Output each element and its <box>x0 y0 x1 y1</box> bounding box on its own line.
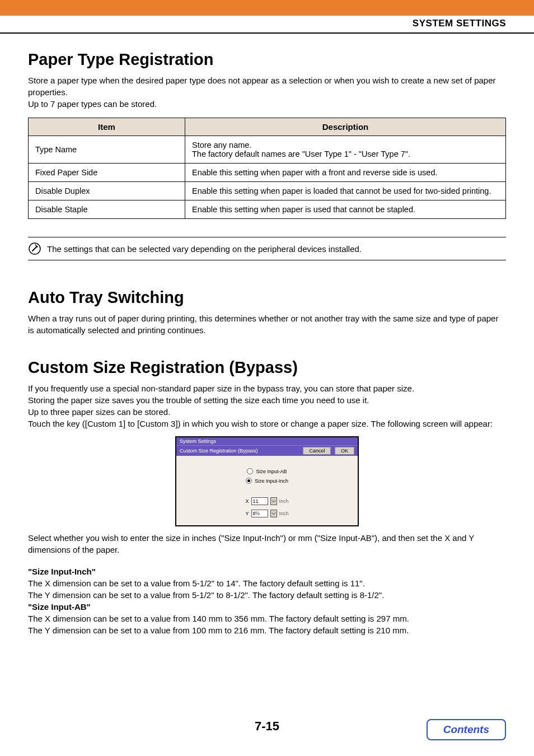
dim-x-label: X <box>245 498 249 504</box>
ab-y-text: The Y dimension can be set to a value fr… <box>28 624 506 636</box>
cell-desc: Enable this setting when paper is used t… <box>185 200 506 219</box>
custom-size-p4: Touch the key ([Custom 1] to [Custom 3])… <box>28 418 506 430</box>
after-dialog-text: Select whether you wish to enter the siz… <box>28 532 506 556</box>
radio-row-ab[interactable]: Size Input-AB <box>182 468 352 474</box>
section-auto-tray: Auto Tray Switching When a tray runs out… <box>28 288 506 336</box>
ab-heading: "Size Input-AB" <box>28 601 506 613</box>
ok-button[interactable]: OK <box>335 447 354 455</box>
cell-item: Type Name <box>29 136 185 164</box>
top-accent-bar <box>0 0 534 16</box>
table-row: Disable Duplex Enable this setting when … <box>29 182 506 200</box>
custom-size-p1: If you frequently use a special non-stan… <box>28 382 506 394</box>
dialog-body: Size Input-AB Size Input-Inch X 11 Inch … <box>176 456 358 525</box>
heading-paper-type: Paper Type Registration <box>28 50 506 69</box>
th-desc: Description <box>185 118 506 136</box>
paper-type-intro2: Up to 7 paper types can be stored. <box>28 98 506 110</box>
dialog-titlebar: System Settings <box>176 437 358 445</box>
radio-unchecked-icon <box>247 468 253 474</box>
cell-desc: Store any name. The factory default name… <box>185 136 506 164</box>
table-row: Disable Staple Enable this setting when … <box>29 200 506 219</box>
chevron-down-icon[interactable] <box>270 497 277 505</box>
dialog-subtitle: Custom Size Registration (Bypass) <box>180 448 258 454</box>
cell-item: Fixed Paper Side <box>29 164 185 182</box>
dim-y-field[interactable]: 8½ <box>251 510 268 517</box>
inch-y-text: The Y dimension can be set to a value fr… <box>28 589 506 601</box>
auto-tray-body: When a tray runs out of paper during pri… <box>28 312 506 336</box>
table-row: Type Name Store any name. The factory de… <box>29 136 506 164</box>
heading-auto-tray: Auto Tray Switching <box>28 288 506 307</box>
custom-size-p2: Storing the paper size saves you the tro… <box>28 394 506 406</box>
cell-item: Disable Duplex <box>29 182 185 200</box>
paper-type-table: Item Description Type Name Store any nam… <box>28 118 506 219</box>
note-text: The settings that can be selected vary d… <box>47 244 362 254</box>
ab-x-text: The X dimension can be set to a value fr… <box>28 613 506 624</box>
page-content: Paper Type Registration Store a paper ty… <box>0 34 534 636</box>
dim-x-unit: Inch <box>279 498 289 504</box>
page-header: SYSTEM SETTINGS <box>0 16 534 34</box>
radio-label-inch: Size Input-Inch <box>255 478 288 484</box>
info-icon <box>28 242 41 255</box>
section-custom-size: Custom Size Registration (Bypass) If you… <box>28 358 506 636</box>
radio-checked-icon <box>246 478 252 484</box>
radio-label-ab: Size Input-AB <box>256 469 287 474</box>
radio-row-inch[interactable]: Size Input-Inch <box>182 478 352 484</box>
th-item: Item <box>29 118 185 136</box>
header-title: SYSTEM SETTINGS <box>413 18 506 29</box>
dimension-y-row: Y 8½ Inch <box>182 510 352 517</box>
dim-y-label: Y <box>245 511 249 516</box>
heading-custom-size: Custom Size Registration (Bypass) <box>28 358 506 377</box>
paper-type-intro1: Store a paper type when the desired pape… <box>28 74 506 98</box>
dimension-x-row: X 11 Inch <box>182 497 352 505</box>
cell-desc: Enable this setting when paper is loaded… <box>185 182 506 200</box>
dialog-subbar: Custom Size Registration (Bypass) Cancel… <box>176 445 358 456</box>
inch-x-text: The X dimension can be set to a value fr… <box>28 577 506 589</box>
custom-size-p3: Up to three paper sizes can be stored. <box>28 406 506 418</box>
dialog-screenshot: System Settings Custom Size Registration… <box>175 436 359 526</box>
cell-item: Disable Staple <box>29 200 185 219</box>
inch-heading: "Size Input-Inch" <box>28 566 506 577</box>
cancel-button[interactable]: Cancel <box>303 447 331 455</box>
dialog-buttons: Cancel OK <box>301 447 354 455</box>
chevron-down-icon[interactable] <box>270 510 277 517</box>
dim-y-unit: Inch <box>279 511 289 516</box>
table-row: Fixed Paper Side Enable this setting whe… <box>29 164 506 182</box>
cell-desc: Enable this setting when paper with a fr… <box>185 164 506 182</box>
contents-button[interactable]: Contents <box>427 719 506 740</box>
note-box: The settings that can be selected vary d… <box>28 237 506 260</box>
dim-x-field[interactable]: 11 <box>251 497 268 505</box>
